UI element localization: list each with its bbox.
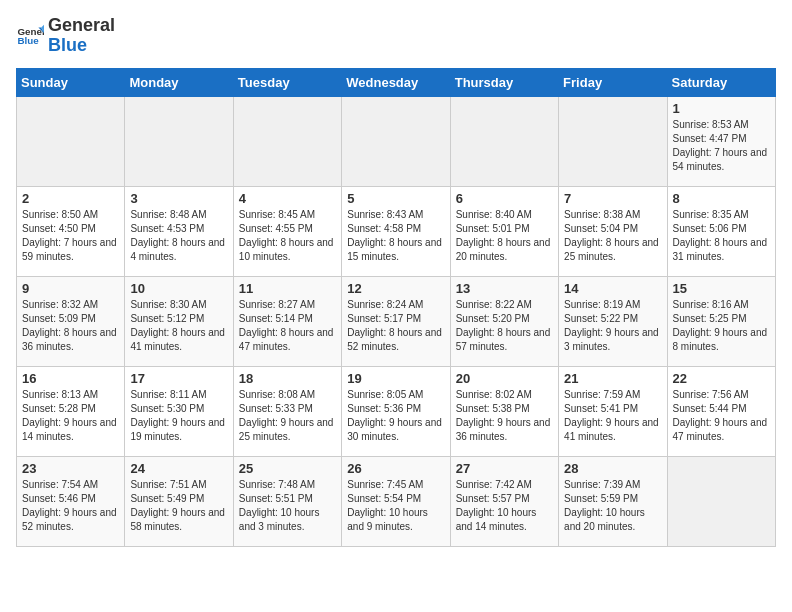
- calendar-table: SundayMondayTuesdayWednesdayThursdayFrid…: [16, 68, 776, 547]
- header-row: SundayMondayTuesdayWednesdayThursdayFrid…: [17, 68, 776, 96]
- day-number: 11: [239, 281, 336, 296]
- calendar-cell: 7Sunrise: 8:38 AM Sunset: 5:04 PM Daylig…: [559, 186, 667, 276]
- day-info: Sunrise: 7:56 AM Sunset: 5:44 PM Dayligh…: [673, 388, 770, 444]
- day-info: Sunrise: 7:42 AM Sunset: 5:57 PM Dayligh…: [456, 478, 553, 534]
- day-info: Sunrise: 8:02 AM Sunset: 5:38 PM Dayligh…: [456, 388, 553, 444]
- svg-text:Blue: Blue: [17, 35, 39, 46]
- day-info: Sunrise: 8:53 AM Sunset: 4:47 PM Dayligh…: [673, 118, 770, 174]
- calendar-cell: 3Sunrise: 8:48 AM Sunset: 4:53 PM Daylig…: [125, 186, 233, 276]
- day-info: Sunrise: 8:27 AM Sunset: 5:14 PM Dayligh…: [239, 298, 336, 354]
- calendar-week: 2Sunrise: 8:50 AM Sunset: 4:50 PM Daylig…: [17, 186, 776, 276]
- calendar-week: 23Sunrise: 7:54 AM Sunset: 5:46 PM Dayli…: [17, 456, 776, 546]
- day-number: 6: [456, 191, 553, 206]
- calendar-cell: 28Sunrise: 7:39 AM Sunset: 5:59 PM Dayli…: [559, 456, 667, 546]
- calendar-cell: 19Sunrise: 8:05 AM Sunset: 5:36 PM Dayli…: [342, 366, 450, 456]
- calendar-cell: 26Sunrise: 7:45 AM Sunset: 5:54 PM Dayli…: [342, 456, 450, 546]
- day-info: Sunrise: 7:48 AM Sunset: 5:51 PM Dayligh…: [239, 478, 336, 534]
- calendar-cell: [17, 96, 125, 186]
- day-number: 14: [564, 281, 661, 296]
- day-info: Sunrise: 8:35 AM Sunset: 5:06 PM Dayligh…: [673, 208, 770, 264]
- day-number: 8: [673, 191, 770, 206]
- calendar-cell: 13Sunrise: 8:22 AM Sunset: 5:20 PM Dayli…: [450, 276, 558, 366]
- day-info: Sunrise: 8:08 AM Sunset: 5:33 PM Dayligh…: [239, 388, 336, 444]
- day-number: 7: [564, 191, 661, 206]
- header-day: Sunday: [17, 68, 125, 96]
- day-number: 24: [130, 461, 227, 476]
- day-number: 23: [22, 461, 119, 476]
- header-day: Friday: [559, 68, 667, 96]
- header: General Blue General Blue: [16, 16, 776, 56]
- day-info: Sunrise: 8:16 AM Sunset: 5:25 PM Dayligh…: [673, 298, 770, 354]
- calendar-cell: 14Sunrise: 8:19 AM Sunset: 5:22 PM Dayli…: [559, 276, 667, 366]
- day-number: 20: [456, 371, 553, 386]
- calendar-cell: 12Sunrise: 8:24 AM Sunset: 5:17 PM Dayli…: [342, 276, 450, 366]
- day-info: Sunrise: 7:39 AM Sunset: 5:59 PM Dayligh…: [564, 478, 661, 534]
- day-info: Sunrise: 8:32 AM Sunset: 5:09 PM Dayligh…: [22, 298, 119, 354]
- header-day: Wednesday: [342, 68, 450, 96]
- calendar-body: 1Sunrise: 8:53 AM Sunset: 4:47 PM Daylig…: [17, 96, 776, 546]
- calendar-cell: [667, 456, 775, 546]
- calendar-week: 9Sunrise: 8:32 AM Sunset: 5:09 PM Daylig…: [17, 276, 776, 366]
- calendar-cell: 6Sunrise: 8:40 AM Sunset: 5:01 PM Daylig…: [450, 186, 558, 276]
- calendar-cell: 16Sunrise: 8:13 AM Sunset: 5:28 PM Dayli…: [17, 366, 125, 456]
- day-number: 5: [347, 191, 444, 206]
- day-number: 28: [564, 461, 661, 476]
- day-info: Sunrise: 8:48 AM Sunset: 4:53 PM Dayligh…: [130, 208, 227, 264]
- calendar-cell: 8Sunrise: 8:35 AM Sunset: 5:06 PM Daylig…: [667, 186, 775, 276]
- calendar-cell: 4Sunrise: 8:45 AM Sunset: 4:55 PM Daylig…: [233, 186, 341, 276]
- calendar-cell: 15Sunrise: 8:16 AM Sunset: 5:25 PM Dayli…: [667, 276, 775, 366]
- day-info: Sunrise: 7:51 AM Sunset: 5:49 PM Dayligh…: [130, 478, 227, 534]
- day-number: 3: [130, 191, 227, 206]
- calendar-week: 16Sunrise: 8:13 AM Sunset: 5:28 PM Dayli…: [17, 366, 776, 456]
- day-info: Sunrise: 8:30 AM Sunset: 5:12 PM Dayligh…: [130, 298, 227, 354]
- day-number: 19: [347, 371, 444, 386]
- calendar-cell: [233, 96, 341, 186]
- day-number: 1: [673, 101, 770, 116]
- header-day: Saturday: [667, 68, 775, 96]
- calendar-cell: 22Sunrise: 7:56 AM Sunset: 5:44 PM Dayli…: [667, 366, 775, 456]
- calendar-cell: 9Sunrise: 8:32 AM Sunset: 5:09 PM Daylig…: [17, 276, 125, 366]
- day-info: Sunrise: 8:38 AM Sunset: 5:04 PM Dayligh…: [564, 208, 661, 264]
- day-number: 13: [456, 281, 553, 296]
- calendar-week: 1Sunrise: 8:53 AM Sunset: 4:47 PM Daylig…: [17, 96, 776, 186]
- calendar-cell: 17Sunrise: 8:11 AM Sunset: 5:30 PM Dayli…: [125, 366, 233, 456]
- day-info: Sunrise: 7:59 AM Sunset: 5:41 PM Dayligh…: [564, 388, 661, 444]
- calendar-cell: 5Sunrise: 8:43 AM Sunset: 4:58 PM Daylig…: [342, 186, 450, 276]
- day-number: 9: [22, 281, 119, 296]
- header-day: Monday: [125, 68, 233, 96]
- calendar-cell: 24Sunrise: 7:51 AM Sunset: 5:49 PM Dayli…: [125, 456, 233, 546]
- day-number: 10: [130, 281, 227, 296]
- day-number: 4: [239, 191, 336, 206]
- calendar-cell: [559, 96, 667, 186]
- logo-icon: General Blue: [16, 22, 44, 50]
- calendar-header: SundayMondayTuesdayWednesdayThursdayFrid…: [17, 68, 776, 96]
- day-info: Sunrise: 8:13 AM Sunset: 5:28 PM Dayligh…: [22, 388, 119, 444]
- day-number: 18: [239, 371, 336, 386]
- calendar-cell: [342, 96, 450, 186]
- calendar-cell: [125, 96, 233, 186]
- header-day: Thursday: [450, 68, 558, 96]
- logo-blue: Blue: [48, 35, 87, 55]
- calendar-cell: 11Sunrise: 8:27 AM Sunset: 5:14 PM Dayli…: [233, 276, 341, 366]
- day-info: Sunrise: 7:45 AM Sunset: 5:54 PM Dayligh…: [347, 478, 444, 534]
- calendar-cell: 20Sunrise: 8:02 AM Sunset: 5:38 PM Dayli…: [450, 366, 558, 456]
- calendar-cell: 10Sunrise: 8:30 AM Sunset: 5:12 PM Dayli…: [125, 276, 233, 366]
- calendar-cell: 23Sunrise: 7:54 AM Sunset: 5:46 PM Dayli…: [17, 456, 125, 546]
- day-number: 27: [456, 461, 553, 476]
- day-number: 25: [239, 461, 336, 476]
- day-number: 21: [564, 371, 661, 386]
- calendar-cell: 25Sunrise: 7:48 AM Sunset: 5:51 PM Dayli…: [233, 456, 341, 546]
- logo-general: General: [48, 15, 115, 35]
- day-info: Sunrise: 8:19 AM Sunset: 5:22 PM Dayligh…: [564, 298, 661, 354]
- calendar-cell: 18Sunrise: 8:08 AM Sunset: 5:33 PM Dayli…: [233, 366, 341, 456]
- day-info: Sunrise: 8:11 AM Sunset: 5:30 PM Dayligh…: [130, 388, 227, 444]
- calendar-cell: 2Sunrise: 8:50 AM Sunset: 4:50 PM Daylig…: [17, 186, 125, 276]
- day-info: Sunrise: 8:43 AM Sunset: 4:58 PM Dayligh…: [347, 208, 444, 264]
- calendar-cell: 1Sunrise: 8:53 AM Sunset: 4:47 PM Daylig…: [667, 96, 775, 186]
- day-number: 17: [130, 371, 227, 386]
- day-info: Sunrise: 8:40 AM Sunset: 5:01 PM Dayligh…: [456, 208, 553, 264]
- logo: General Blue General Blue: [16, 16, 115, 56]
- day-info: Sunrise: 8:50 AM Sunset: 4:50 PM Dayligh…: [22, 208, 119, 264]
- day-number: 22: [673, 371, 770, 386]
- day-info: Sunrise: 8:45 AM Sunset: 4:55 PM Dayligh…: [239, 208, 336, 264]
